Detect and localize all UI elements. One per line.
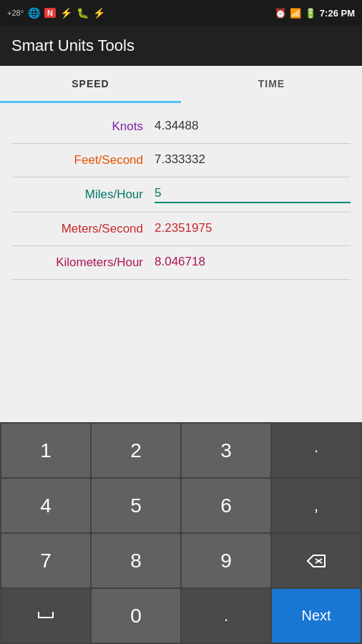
status-right: ⏰ 📶 🔋 7:26 PM — [275, 8, 355, 19]
key-next[interactable]: Next — [272, 589, 361, 643]
unit-label-miles-hour: Miles/Hour — [11, 187, 155, 202]
unit-row-km-hour[interactable]: Kilometers/Hour — [11, 246, 351, 280]
key-1[interactable]: 1 — [1, 424, 90, 477]
signal-icon: 📶 — [290, 8, 301, 19]
key-7[interactable]: 7 — [1, 534, 90, 587]
unit-value-meters-second[interactable] — [155, 221, 351, 237]
space-icon — [37, 610, 54, 622]
tabs: SPEED TIME — [0, 66, 362, 103]
unit-row-miles-hour[interactable]: Miles/Hour — [11, 177, 351, 213]
key-5[interactable]: 5 — [92, 479, 180, 532]
key-0[interactable]: 0 — [92, 589, 180, 643]
converter: Knots Feet/Second Miles/Hour Meters/Seco… — [0, 103, 362, 422]
bug-icon: 🐛 — [77, 7, 89, 19]
unit-value-km-hour[interactable] — [155, 255, 351, 270]
battery-icon: 🔋 — [305, 8, 316, 19]
n-icon: N — [44, 8, 56, 18]
key-8[interactable]: 8 — [92, 534, 180, 587]
svg-marker-0 — [308, 555, 325, 567]
usb-icon: ⚡ — [60, 7, 72, 19]
keyboard: 1 2 3 · 4 5 6 , 7 8 9 0 . Next — [0, 422, 362, 644]
tab-speed[interactable]: SPEED — [0, 66, 181, 103]
key-9[interactable]: 9 — [182, 534, 270, 587]
main-content: SPEED TIME Knots Feet/Second Miles/Hour … — [0, 66, 362, 422]
app-title: Smart Units Tools — [11, 36, 134, 55]
unit-value-feet-second[interactable] — [155, 152, 351, 168]
unit-label-km-hour: Kilometers/Hour — [11, 255, 155, 270]
key-dot-special[interactable]: · — [272, 424, 361, 477]
key-6[interactable]: 6 — [182, 479, 270, 532]
key-2[interactable]: 2 — [92, 424, 180, 477]
status-left: +28° 🌐 N ⚡ 🐛 ⚡ — [7, 7, 105, 19]
key-3[interactable]: 3 — [182, 424, 270, 477]
key-backspace[interactable] — [272, 534, 361, 587]
unit-row-knots[interactable]: Knots — [11, 110, 351, 144]
key-comma[interactable]: , — [272, 479, 361, 532]
alarm-icon: ⏰ — [275, 8, 286, 19]
temperature-display: +28° — [7, 9, 24, 17]
unit-label-feet-second: Feet/Second — [11, 153, 155, 167]
key-space[interactable] — [1, 589, 90, 643]
unit-value-miles-hour[interactable] — [155, 186, 351, 203]
unit-row-meters-second[interactable]: Meters/Second — [11, 213, 351, 246]
key-decimal[interactable]: . — [182, 589, 270, 643]
app-bar: Smart Units Tools — [0, 26, 362, 66]
key-4[interactable]: 4 — [1, 479, 90, 532]
browser-icon: 🌐 — [28, 7, 40, 19]
unit-label-knots: Knots — [11, 119, 155, 134]
unit-value-knots[interactable] — [155, 119, 351, 135]
unit-label-meters-second: Meters/Second — [11, 222, 155, 236]
unit-row-feet-second[interactable]: Feet/Second — [11, 144, 351, 177]
status-bar: +28° 🌐 N ⚡ 🐛 ⚡ ⏰ 📶 🔋 7:26 PM — [0, 0, 362, 26]
backspace-icon — [306, 554, 326, 568]
tab-time[interactable]: TIME — [181, 66, 362, 103]
time-display: 7:26 PM — [320, 8, 355, 19]
usb2-icon: ⚡ — [93, 7, 105, 19]
